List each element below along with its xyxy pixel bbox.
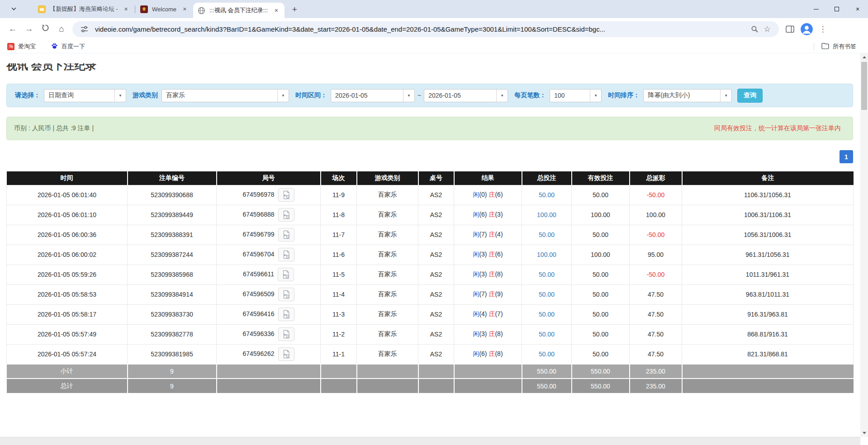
cell-session: 11-1 <box>321 344 357 364</box>
cell-bet-id: 523099385968 <box>128 265 217 284</box>
reload-button[interactable] <box>37 21 53 37</box>
tab-search-button[interactable] <box>7 3 20 16</box>
browser-menu-icon[interactable]: ⋮ <box>817 24 828 34</box>
video-replay-button[interactable] <box>278 288 294 301</box>
close-window-button[interactable]: × <box>847 0 868 18</box>
cell-total-bet[interactable]: 50.00 <box>522 265 572 284</box>
cell-payout: 47.50 <box>630 284 682 304</box>
table-body: 2026-01-05 06:01:40 523099390688 6745969… <box>7 185 854 364</box>
welcome-favicon <box>140 5 148 13</box>
video-replay-button[interactable] <box>278 248 294 261</box>
all-bookmarks[interactable]: 所有书签 <box>814 40 856 53</box>
page-1-button[interactable]: 1 <box>840 150 853 163</box>
col-note: 备注 <box>682 171 854 185</box>
table-row: 2026-01-05 06:01:10 523099389449 6745968… <box>7 205 854 225</box>
currency-total-text: 币别 : 人民币 | 总共 :9 注单 | <box>14 124 94 133</box>
page-size-select[interactable]: 100 ▼ <box>550 89 602 102</box>
forward-button[interactable]: → <box>21 21 37 37</box>
cell-total-bet[interactable]: 50.00 <box>522 344 572 364</box>
query-type-select[interactable]: 日期查询 ▼ <box>44 89 126 102</box>
table-row: 2026-01-05 05:58:53 523099384914 6745965… <box>7 284 854 304</box>
game-category-select[interactable]: 百家乐 ▼ <box>161 89 289 102</box>
page-size-label: 每页笔数： <box>514 91 546 99</box>
video-replay-button[interactable] <box>278 188 294 202</box>
cell-time: 2026-01-05 06:01:40 <box>7 185 128 205</box>
cell-session: 11-5 <box>321 265 357 284</box>
cell-total-bet[interactable]: 50.00 <box>522 185 572 205</box>
cell-total-bet[interactable]: 100.00 <box>522 245 572 265</box>
horizontal-scrollbar[interactable] <box>0 437 860 445</box>
search-button[interactable]: 查询 <box>737 89 763 103</box>
cell-round-id: 674596611 <box>217 265 321 284</box>
forward-icon: → <box>25 24 33 34</box>
cell-total-bet[interactable]: 50.00 <box>522 284 572 304</box>
subtotal-valid-bet: 550.00 <box>572 364 630 379</box>
side-panel-icon[interactable] <box>783 23 796 35</box>
cell-total-bet[interactable]: 50.00 <box>522 225 572 245</box>
cell-session: 11-8 <box>321 205 357 225</box>
browser-tab-strip: 【新提醒】海燕策略论坛 - 综合 × Welcome × :::视讯 会员下注纪… <box>0 0 868 18</box>
maximize-button[interactable] <box>826 0 847 18</box>
cell-time: 2026-01-05 05:58:17 <box>7 304 128 324</box>
sort-select[interactable]: 降幂(由大到小) ▼ <box>643 89 732 102</box>
all-bookmarks-label: 所有书签 <box>833 43 856 51</box>
table-row: 2026-01-05 06:00:36 523099388391 6745967… <box>7 225 854 245</box>
home-button[interactable]: ⌂ <box>53 21 70 37</box>
scroll-up-icon[interactable] <box>860 53 868 61</box>
cell-valid-bet: 50.00 <box>572 324 630 344</box>
cell-valid-bet: 50.00 <box>572 284 630 304</box>
vertical-scrollbar[interactable] <box>860 53 868 437</box>
date-from-select[interactable]: 2026-01-05 ▼ <box>331 89 415 102</box>
folder-icon <box>821 43 829 51</box>
cell-result: 闲(7) 庄(9) <box>454 284 522 304</box>
cell-note: 1056.31/1006.31 <box>682 225 854 245</box>
cell-total-bet[interactable]: 100.00 <box>522 205 572 225</box>
reload-icon <box>41 24 50 34</box>
bookmark-taobao[interactable]: 淘 爱淘宝 <box>7 43 36 51</box>
back-icon: ← <box>9 24 17 34</box>
video-replay-button[interactable] <box>278 228 294 241</box>
cell-note: 916.31/963.81 <box>682 304 854 324</box>
zoom-icon[interactable] <box>748 23 761 35</box>
cell-bet-id: 523099389449 <box>128 205 217 225</box>
tab-welcome[interactable]: Welcome × <box>136 1 193 17</box>
bookmark-baidu[interactable]: 百度一下 <box>51 43 85 51</box>
scrollbar-thumb[interactable] <box>861 62 867 110</box>
minimize-button[interactable] <box>806 0 826 18</box>
close-tab-icon[interactable]: × <box>122 5 130 13</box>
col-time: 时间 <box>7 171 128 185</box>
cell-note: 1006.31/1106.31 <box>682 205 854 225</box>
video-replay-button[interactable] <box>278 268 294 281</box>
close-tab-icon[interactable]: × <box>272 7 280 14</box>
tab-forum[interactable]: 【新提醒】海燕策略论坛 - 综合 × <box>33 1 134 17</box>
video-replay-button[interactable] <box>278 327 294 341</box>
url-text[interactable]: videoie.com/game/betrecord_search/kind3?… <box>95 25 748 33</box>
bookmark-star-icon[interactable]: ☆ <box>761 23 773 35</box>
col-bet-id: 注单编号 <box>128 171 217 185</box>
caret-down-icon: ▼ <box>496 90 508 102</box>
cell-total-bet[interactable]: 50.00 <box>522 304 572 324</box>
total-payout: 235.00 <box>630 379 682 393</box>
cell-total-bet[interactable]: 50.00 <box>522 324 572 344</box>
profile-avatar[interactable] <box>801 23 813 35</box>
site-settings-icon[interactable] <box>78 23 90 35</box>
cell-session: 11-7 <box>321 225 357 245</box>
notice-text: 同局有效投注，统一计算在该局第一张注单内 <box>714 124 841 133</box>
scroll-down-icon[interactable] <box>860 429 868 437</box>
cell-table-code: AS2 <box>418 344 454 364</box>
date-to-select[interactable]: 2026-01-05 ▼ <box>424 89 508 102</box>
close-tab-icon[interactable]: × <box>181 5 189 13</box>
video-replay-button[interactable] <box>278 208 294 222</box>
bookmarks-bar: 淘 爱淘宝 百度一下 所有书签 <box>0 40 868 53</box>
new-tab-button[interactable]: + <box>288 3 301 16</box>
cell-payout: -50.00 <box>630 265 682 284</box>
col-valid-bet: 有效投注 <box>572 171 630 185</box>
cell-time: 2026-01-05 06:00:36 <box>7 225 128 245</box>
address-bar[interactable]: videoie.com/game/betrecord_search/kind3?… <box>72 21 779 37</box>
table-row: 2026-01-05 05:57:49 523099382778 6745963… <box>7 324 854 344</box>
cell-time: 2026-01-05 05:57:24 <box>7 344 128 364</box>
tab-bet-records[interactable]: :::视讯 会员下注纪录::: × <box>193 3 285 18</box>
video-replay-button[interactable] <box>278 308 294 321</box>
video-replay-button[interactable] <box>278 347 294 361</box>
back-button[interactable]: ← <box>5 21 21 37</box>
